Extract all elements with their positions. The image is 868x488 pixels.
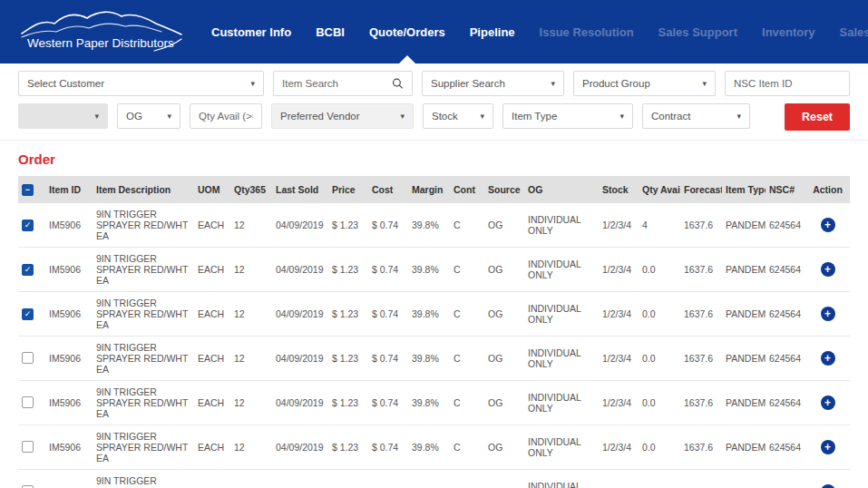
product-group-dropdown[interactable]: Product Group ▾	[573, 71, 716, 96]
col-qty-avail: Qty Avail	[639, 176, 680, 203]
table-row: IM5906 9IN TRIGGER SPRAYER RED/WHT EA EA…	[18, 470, 850, 488]
filter-panel: Select Customer ▾ Supplier Search ▾ Prod…	[0, 63, 868, 141]
cell-margin: 39.8%	[408, 470, 450, 488]
table-row: ✓ IM5906 9IN TRIGGER SPRAYER RED/WHT EA …	[18, 203, 850, 248]
cell-qty365: 12	[230, 292, 272, 337]
cell-price: $ 1.23	[328, 425, 368, 470]
cell-item-type: PANDEM	[722, 470, 766, 488]
cell-og: INDIVIDUAL ONLY	[524, 470, 599, 488]
reset-button[interactable]: Reset	[785, 103, 850, 131]
preferred-vendor-dropdown[interactable]: Preferred Vendor ▾	[271, 103, 414, 129]
item-search-input[interactable]	[282, 78, 392, 89]
nav-quote-orders[interactable]: Quote/Orders	[369, 0, 445, 63]
add-to-order-button[interactable]: +	[821, 262, 835, 277]
cell-og: INDIVIDUAL ONLY	[524, 381, 599, 425]
cell-item-id: IM5906	[45, 203, 93, 248]
cell-item-type: PANDEM	[722, 381, 766, 425]
col-cost: Cost	[368, 176, 408, 203]
col-action: Action	[805, 176, 850, 203]
cell-og: INDIVIDUAL ONLY	[524, 292, 599, 337]
cell-uom: EACH	[194, 470, 230, 488]
cell-stock: 1/2/3/4	[599, 292, 639, 337]
row-checkbox[interactable]: ✓	[22, 264, 34, 276]
top-navigation-bar: Western Paper Distributors Customer Info…	[0, 0, 868, 63]
cell-cost: $ 0.74	[368, 470, 408, 488]
cell-forecast: 1637.6	[680, 203, 722, 248]
logo-text: Western Paper Distributors	[27, 36, 174, 50]
add-to-order-button[interactable]: +	[821, 351, 835, 366]
select-customer-label: Select Customer	[27, 78, 245, 89]
nav-sales-initiatives[interactable]: Sales Initiatives	[840, 0, 868, 63]
row-checkbox[interactable]	[22, 485, 34, 488]
order-table: − Item ID Item Description UOM Qty365 La…	[18, 176, 850, 488]
add-to-order-button[interactable]: +	[821, 307, 835, 321]
chevron-down-icon: ▾	[94, 112, 99, 121]
cell-qty365: 12	[230, 203, 272, 248]
row-checkbox[interactable]	[22, 396, 34, 408]
nav-inventory[interactable]: Inventory	[762, 0, 815, 63]
nav-bcbi[interactable]: BCBI	[316, 0, 345, 63]
cell-source: OG	[484, 248, 524, 292]
cell-cont: C	[450, 248, 484, 292]
cell-qty365: 12	[230, 381, 272, 425]
cell-nsc: 624564	[766, 425, 805, 470]
supplier-search-dropdown[interactable]: Supplier Search ▾	[422, 71, 564, 96]
cell-qty-avail: 0.0	[639, 248, 680, 292]
search-icon[interactable]	[392, 77, 404, 90]
cell-qty-avail: 0.0	[639, 470, 680, 488]
chevron-down-icon: ▾	[167, 112, 171, 121]
add-to-order-button[interactable]: +	[821, 218, 835, 232]
cell-nsc: 624564	[766, 203, 805, 248]
chevron-down-icon: ▾	[551, 79, 555, 88]
add-to-order-button[interactable]: +	[821, 395, 835, 410]
item-search-field	[273, 71, 413, 96]
cell-og: INDIVIDUAL ONLY	[524, 337, 599, 381]
col-margin: Margin	[408, 176, 450, 203]
add-to-order-button[interactable]: +	[821, 440, 835, 454]
cell-qty-avail: 0.0	[639, 292, 680, 337]
cell-item-id: IM5906	[45, 337, 93, 381]
add-to-order-button[interactable]: +	[821, 484, 835, 488]
select-customer-dropdown[interactable]: Select Customer ▾	[18, 71, 264, 96]
cell-margin: 39.8%	[408, 203, 450, 248]
table-row: ✓ IM5906 9IN TRIGGER SPRAYER RED/WHT EA …	[18, 248, 850, 292]
stock-dropdown-label: Stock	[432, 111, 474, 122]
table-row: IM5906 9IN TRIGGER SPRAYER RED/WHT EA EA…	[18, 425, 850, 470]
cell-uom: EACH	[194, 425, 230, 470]
row-checkbox[interactable]	[22, 441, 34, 453]
blank-dropdown[interactable]: ▾	[18, 103, 108, 129]
row-checkbox[interactable]: ✓	[22, 220, 34, 231]
col-last-sold: Last Sold	[272, 176, 328, 203]
row-checkbox[interactable]	[22, 352, 34, 364]
item-type-dropdown-label: Item Type	[512, 111, 614, 122]
filter-row-2: ▾ OG ▾ Preferred Vendor ▾ Stock ▾ Item T…	[18, 103, 850, 131]
cell-item-id: IM5906	[45, 425, 93, 470]
cell-cont: C	[450, 470, 484, 488]
og-dropdown[interactable]: OG ▾	[117, 103, 180, 129]
nsc-item-id-field	[725, 71, 850, 96]
stock-dropdown[interactable]: Stock ▾	[423, 103, 493, 129]
nav-pipeline[interactable]: Pipeline	[470, 0, 515, 63]
cell-cont: C	[450, 425, 484, 470]
item-type-dropdown[interactable]: Item Type ▾	[502, 103, 633, 129]
company-logo[interactable]: Western Paper Distributors	[18, 6, 186, 57]
qty-avail-input[interactable]	[199, 111, 253, 122]
cell-last-sold: 04/09/2019	[272, 425, 328, 470]
cell-price: $ 1.23	[328, 381, 368, 425]
cell-qty365: 12	[230, 337, 272, 381]
nav-issue-resolution[interactable]: Issue Resolution	[540, 0, 634, 63]
cell-item-id: IM5906	[45, 248, 93, 292]
nav-customer-info[interactable]: Customer Info	[211, 0, 291, 63]
nav-sales-support[interactable]: Sales Support	[658, 0, 737, 63]
contract-dropdown[interactable]: Contract ▾	[642, 103, 750, 129]
select-all-checkbox[interactable]: −	[22, 184, 34, 196]
cell-stock: 1/2/3/4	[599, 337, 639, 381]
cell-price: $ 1.23	[328, 248, 368, 292]
cell-qty365: 12	[230, 248, 272, 292]
col-item-id: Item ID	[45, 176, 93, 203]
cell-price: $ 1.23	[328, 337, 368, 381]
row-checkbox[interactable]: ✓	[22, 308, 34, 320]
cell-stock: 1/2/3/4	[599, 425, 639, 470]
cell-nsc: 624564	[766, 470, 805, 488]
nsc-item-id-input[interactable]	[734, 78, 841, 89]
